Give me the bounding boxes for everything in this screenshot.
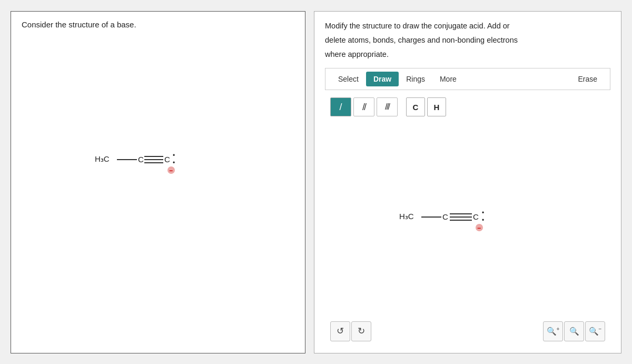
description-line1: Modify the structure to draw the conjuga… [325, 20, 610, 32]
redo-button[interactable]: ↻ [351, 321, 371, 341]
description: Modify the structure to draw the conjuga… [325, 20, 610, 63]
zoom-in-button[interactable]: 🔍+ [543, 321, 563, 341]
description-line3: where appropriate. [325, 48, 610, 61]
left-molecule-svg: H₃C C C • • − [90, 140, 226, 182]
zoom-in-icon: 🔍+ [547, 326, 560, 336]
left-molecule-area: H₃C C C • • − [22, 29, 294, 292]
single-bond-icon: / [339, 102, 342, 113]
erase-button[interactable]: Erase [570, 72, 605, 86]
triple-bond-button[interactable]: /// [377, 97, 398, 116]
left-h3c-label: H₃C [95, 154, 110, 163]
right-panel: Modify the structure to draw the conjuga… [314, 11, 621, 353]
zoom-out-button[interactable]: 🔍− [585, 321, 605, 341]
double-bond-icon: // [362, 102, 366, 113]
right-h3c-label: H₃C [399, 212, 414, 221]
right-lone-pair-dot1: • [482, 209, 484, 217]
left-lone-pair-dot1: • [173, 152, 175, 159]
draw-area[interactable]: H₃C C C • • − [325, 124, 610, 312]
undo-redo-group: ↺ ↻ [330, 321, 371, 341]
description-line2: delete atoms, bonds, charges and non-bon… [325, 34, 610, 46]
redo-icon: ↻ [358, 326, 365, 337]
zoom-out-icon: 🔍− [589, 326, 602, 336]
top-toolbar: Select Draw Rings More Erase [325, 68, 610, 90]
bottom-controls: ↺ ↻ 🔍+ 🔍 🔍− [325, 318, 610, 345]
right-c2-label: C [473, 212, 479, 221]
right-charge-label: − [477, 224, 481, 232]
left-charge-label: − [169, 167, 173, 174]
zoom-reset-icon: 🔍 [569, 327, 579, 336]
undo-button[interactable]: ↺ [330, 321, 350, 341]
left-c1-label: C [138, 155, 144, 164]
rings-button[interactable]: Rings [399, 72, 432, 86]
left-panel-title: Consider the structure of a base. [22, 20, 294, 29]
left-lone-pair-dot2: • [173, 159, 175, 166]
draw-toolbar: / // /// C H [325, 95, 610, 119]
triple-bond-icon: /// [385, 102, 389, 112]
single-bond-button[interactable]: / [330, 97, 351, 116]
zoom-group: 🔍+ 🔍 🔍− [543, 321, 605, 341]
zoom-reset-button[interactable]: 🔍 [564, 321, 584, 341]
hydrogen-atom-button[interactable]: H [427, 97, 446, 116]
draw-button[interactable]: Draw [366, 72, 399, 86]
main-container: Consider the structure of a base. H₃C C … [11, 11, 621, 353]
carbon-atom-button[interactable]: C [406, 97, 425, 116]
right-c1-label: C [442, 212, 448, 221]
right-molecule-svg: H₃C C C • • − [394, 192, 541, 244]
left-c2-label: C [164, 155, 170, 164]
right-lone-pair-dot2: • [482, 217, 484, 224]
left-panel: Consider the structure of a base. H₃C C … [11, 11, 305, 353]
select-button[interactable]: Select [331, 72, 366, 86]
double-bond-button[interactable]: // [353, 97, 374, 116]
more-button[interactable]: More [432, 72, 464, 86]
undo-icon: ↺ [337, 326, 344, 337]
